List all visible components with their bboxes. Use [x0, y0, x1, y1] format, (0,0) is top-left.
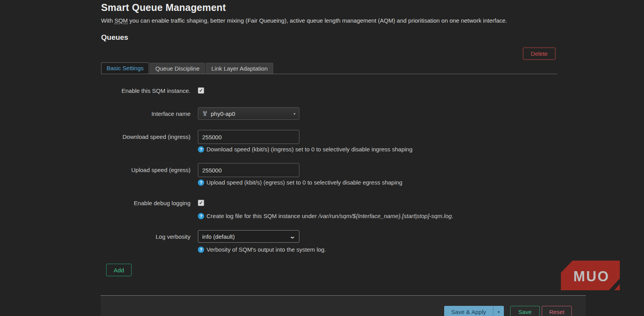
- log-verbosity-label: Log verbosity: [101, 233, 190, 240]
- save-apply-dropdown-toggle[interactable]: ▾: [493, 306, 504, 316]
- help-question-icon: ?: [198, 179, 204, 186]
- reset-button[interactable]: Reset: [542, 306, 572, 316]
- upload-speed-help: ? Upload speed (kbit/s) (egress) set to …: [198, 179, 402, 186]
- help-question-icon: ?: [198, 247, 204, 253]
- page-description: With SQM you can enable traffic shaping,…: [101, 17, 507, 24]
- delete-button[interactable]: Delete: [523, 48, 555, 60]
- log-verbosity-select[interactable]: info (default) ⌄: [198, 230, 299, 243]
- upload-speed-label: Upload speed (egress): [101, 167, 190, 173]
- interface-name-label: Interface name: [101, 110, 190, 117]
- intro-prefix: With: [101, 17, 114, 24]
- download-speed-input[interactable]: [198, 130, 299, 144]
- enable-instance-label: Enable this SQM instance.: [101, 87, 190, 94]
- muo-watermark-logo: MUO: [561, 261, 620, 290]
- download-speed-label: Download speed (ingress): [101, 133, 190, 140]
- help-question-icon: ?: [198, 146, 204, 153]
- save-apply-button[interactable]: Save & Apply ▾: [444, 306, 504, 316]
- debug-logging-help-text: Create log file for this SQM instance un…: [206, 213, 454, 219]
- wireless-antenna-icon: [202, 110, 208, 117]
- interface-name-value: phy0-ap0: [211, 110, 235, 117]
- queues-section-title: Queues: [101, 33, 128, 42]
- download-speed-help-text: Download speed (kbit/s) (ingress) set to…: [206, 146, 413, 153]
- chevron-down-icon: ⌄: [290, 233, 296, 240]
- tab-basic-settings[interactable]: Basic Settings: [101, 62, 149, 74]
- page-title: Smart Queue Management: [101, 2, 226, 13]
- log-verbosity-help: ? Verbosity of SQM's output into the sys…: [198, 246, 326, 253]
- interface-name-dropdown[interactable]: phy0-ap0 ▾: [198, 107, 299, 120]
- log-file-path: /var/run/sqm/${Interface_name}.[start|st…: [318, 213, 452, 219]
- chevron-down-icon: ▾: [294, 112, 295, 116]
- muo-watermark-text: MUO: [573, 268, 610, 284]
- tab-queue-discipline[interactable]: Queue Discipline: [150, 63, 205, 74]
- upload-speed-help-text: Upload speed (kbit/s) (egress) set to 0 …: [206, 179, 402, 186]
- sqm-settings-page: Smart Queue Management With SQM you can …: [0, 0, 644, 316]
- log-verbosity-value: info (default): [202, 233, 235, 240]
- log-verbosity-help-text: Verbosity of SQM's output into the syste…: [206, 246, 326, 253]
- save-button[interactable]: Save: [510, 306, 540, 316]
- download-speed-help: ? Download speed (kbit/s) (ingress) set …: [198, 146, 413, 153]
- sqm-abbreviation: SQM: [114, 17, 128, 24]
- add-button[interactable]: Add: [106, 264, 132, 276]
- settings-tab-bar: Basic Settings Queue Discipline Link Lay…: [101, 63, 557, 74]
- enable-instance-checkbox[interactable]: ✓: [198, 87, 204, 94]
- tab-link-layer-adaptation[interactable]: Link Layer Adaptation: [206, 63, 273, 74]
- debug-logging-checkbox[interactable]: ✓: [198, 200, 204, 206]
- save-apply-label[interactable]: Save & Apply: [444, 306, 493, 316]
- intro-suffix: you can enable traffic shaping, better m…: [128, 17, 507, 24]
- help-question-icon: ?: [198, 213, 204, 219]
- debug-logging-label: Enable debug logging: [101, 200, 190, 206]
- debug-logging-help: ? Create log file for this SQM instance …: [198, 213, 454, 219]
- chevron-down-icon: ▾: [498, 310, 500, 314]
- footer-action-bar: Save & Apply ▾ Save Reset: [101, 295, 586, 316]
- upload-speed-input[interactable]: [198, 163, 299, 177]
